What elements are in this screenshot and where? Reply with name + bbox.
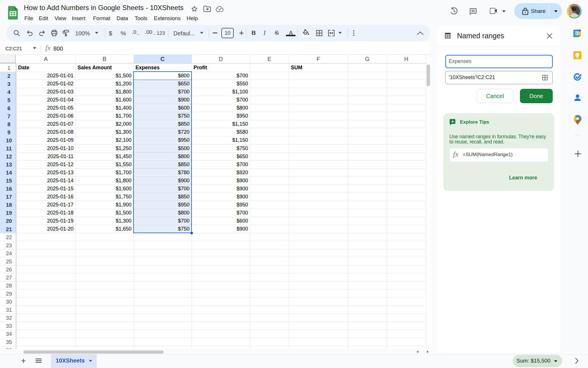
svg-text:31: 31	[575, 32, 579, 36]
